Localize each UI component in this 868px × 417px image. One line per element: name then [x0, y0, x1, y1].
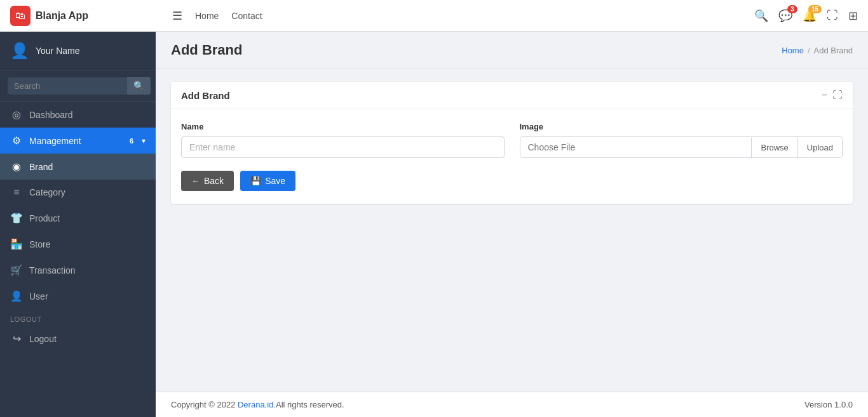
form-row: Name Image Browse Upload	[181, 122, 843, 158]
name-input[interactable]	[181, 136, 505, 158]
minimize-icon: −	[822, 89, 827, 100]
file-name-display	[520, 137, 752, 157]
messages-button[interactable]: 💬 3	[778, 9, 792, 23]
form-image-group: Image Browse Upload	[520, 122, 843, 158]
save-button[interactable]: 💾 Save	[240, 171, 295, 191]
sidebar-item-brand[interactable]: ◉ Brand	[0, 154, 156, 180]
navbar-brand: 🛍 Blanja App	[10, 6, 166, 26]
management-right: 6 ▾	[125, 136, 146, 145]
user-avatar-icon: 👤	[10, 42, 29, 60]
brand-icon: 🛍	[10, 6, 31, 26]
main-layout: 👤 Your Name 🔍 ◎ Dashboard ⚙ Management 6…	[0, 32, 868, 417]
category-label: Category	[29, 187, 146, 197]
category-icon: ≡	[10, 187, 23, 198]
file-input-group: Browse Upload	[520, 136, 843, 158]
sidebar-item-category[interactable]: ≡ Category	[0, 180, 156, 205]
transaction-label: Transaction	[29, 265, 146, 275]
sidebar-username: Your Name	[36, 46, 80, 56]
search-button[interactable]: 🔍	[754, 9, 768, 23]
breadcrumb-home[interactable]: Home	[782, 46, 804, 55]
top-navbar: 🛍 Blanja App ☰ Home Contact 🔍 💬 3 🔔 15 ⛶…	[0, 0, 868, 32]
navbar-actions: 🔍 💬 3 🔔 15 ⛶ ⊞	[754, 9, 858, 23]
card-minimize-button[interactable]: −	[822, 89, 827, 101]
nav-home-link[interactable]: Home	[195, 11, 219, 21]
logout-section-label: LOGOUT	[0, 309, 156, 326]
user-label: User	[29, 291, 146, 301]
sidebar-item-user[interactable]: 👤 User	[0, 283, 156, 309]
file-browse-button[interactable]: Browse	[751, 138, 797, 157]
card-body: Name Image Browse Upload ←	[171, 109, 853, 204]
card-expand-icon: ⛶	[832, 89, 843, 100]
back-button[interactable]: ← Back	[181, 171, 234, 191]
sidebar-item-label: Dashboard	[29, 110, 146, 120]
sidebar-item-logout[interactable]: ↪ Logout	[0, 326, 156, 352]
add-brand-card: Add Brand − ⛶ Name Im	[171, 82, 853, 204]
footer-copyright: Copyright © 2022 Derana.id.All rights re…	[171, 400, 344, 409]
sidebar-search-icon: 🔍	[133, 81, 144, 91]
save-icon: 💾	[250, 176, 261, 186]
user-icon: 👤	[10, 290, 23, 302]
card-header: Add Brand − ⛶	[171, 82, 853, 109]
dashboard-icon: ◎	[10, 109, 23, 121]
sidebar-item-store[interactable]: 🏪 Store	[0, 231, 156, 257]
management-chevron-icon: ▾	[142, 136, 146, 145]
brand-nav-icon: ◉	[10, 161, 23, 173]
product-label: Product	[29, 213, 146, 223]
sidebar-user: 👤 Your Name	[0, 32, 156, 70]
sidebar-item-management[interactable]: ⚙ Management 6 ▾	[0, 128, 156, 154]
image-label: Image	[520, 122, 843, 131]
page-header: Add Brand Home / Add Brand	[156, 32, 868, 69]
expand-icon: ⛶	[827, 9, 838, 22]
file-upload-button[interactable]: Upload	[797, 138, 842, 157]
sidebar-item-transaction[interactable]: 🛒 Transaction	[0, 257, 156, 283]
footer: Copyright © 2022 Derana.id.All rights re…	[156, 392, 868, 417]
transaction-icon: 🛒	[10, 264, 23, 276]
form-actions: ← Back 💾 Save	[181, 171, 843, 191]
management-badge: 6	[125, 136, 138, 145]
card-title: Add Brand	[181, 90, 230, 101]
back-arrow-icon: ←	[191, 176, 200, 186]
logout-label: Logout	[29, 334, 146, 344]
breadcrumb-separator: /	[808, 46, 810, 55]
footer-brand-link[interactable]: Derana.id.	[238, 400, 276, 409]
store-label: Store	[29, 239, 146, 249]
form-name-group: Name	[181, 122, 505, 158]
content-area: Add Brand Home / Add Brand Add Brand − ⛶	[156, 32, 868, 417]
sidebar-item-dashboard[interactable]: ◎ Dashboard	[0, 102, 156, 128]
brand-label: Brand	[29, 162, 146, 172]
nav-contact-link[interactable]: Contact	[231, 11, 262, 21]
bell-badge: 15	[808, 5, 822, 13]
menu-toggle-button[interactable]: ☰	[172, 9, 182, 23]
bell-button[interactable]: 🔔 15	[803, 9, 817, 23]
sidebar-search-button[interactable]: 🔍	[127, 77, 151, 95]
name-label: Name	[181, 122, 505, 131]
breadcrumb: Home / Add Brand	[782, 46, 853, 55]
grid-button[interactable]: ⊞	[848, 9, 858, 23]
expand-button[interactable]: ⛶	[827, 9, 838, 22]
breadcrumb-current: Add Brand	[814, 46, 853, 55]
grid-icon: ⊞	[848, 9, 858, 23]
card-header-actions: − ⛶	[822, 89, 843, 101]
product-icon: 👕	[10, 212, 23, 224]
logout-icon: ↪	[10, 333, 23, 345]
card-expand-button[interactable]: ⛶	[832, 89, 843, 101]
sidebar-item-product[interactable]: 👕 Product	[0, 205, 156, 231]
footer-version: Version 1.0.0	[804, 400, 853, 409]
brand-name-label: Blanja App	[36, 10, 88, 22]
sidebar-search-input[interactable]	[8, 77, 127, 95]
messages-badge: 3	[787, 5, 797, 13]
sidebar-search-area: 🔍	[0, 70, 156, 102]
sidebar: 👤 Your Name 🔍 ◎ Dashboard ⚙ Management 6…	[0, 32, 156, 417]
management-label: Management	[29, 136, 119, 146]
navbar-menu: ☰ Home Contact	[166, 9, 754, 23]
search-icon: 🔍	[754, 9, 768, 23]
page-title: Add Brand	[171, 42, 242, 58]
management-icon: ⚙	[10, 135, 23, 147]
content-spacer	[156, 216, 868, 392]
store-icon: 🏪	[10, 238, 23, 250]
